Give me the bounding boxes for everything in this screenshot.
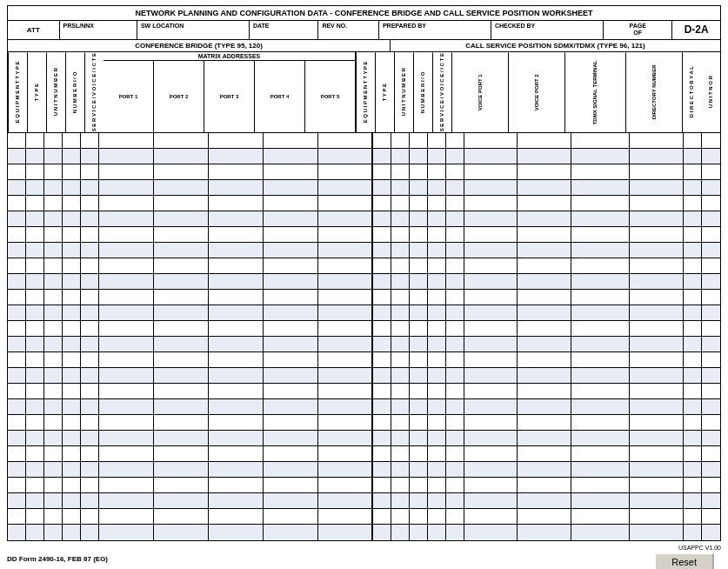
cell	[446, 509, 464, 524]
cell	[428, 478, 446, 492]
cell	[702, 337, 720, 351]
cell	[428, 164, 446, 179]
cell	[81, 149, 99, 164]
cell	[8, 384, 26, 398]
cell	[428, 399, 446, 414]
cell	[209, 211, 264, 226]
cell	[630, 415, 684, 430]
col-svc-right: S E R V I C E / V O I C E / I C T E	[432, 52, 451, 132]
cell	[446, 525, 464, 540]
cell	[81, 290, 99, 305]
cell	[44, 337, 63, 351]
cell	[26, 164, 44, 179]
col-type-left: T Y P E	[27, 52, 46, 132]
cell	[464, 196, 518, 211]
cell	[99, 525, 154, 540]
cell	[571, 133, 630, 148]
cell	[44, 211, 63, 226]
port1-header: PORT 1	[104, 61, 154, 132]
cell	[63, 368, 81, 383]
cell	[264, 384, 318, 398]
cell	[428, 352, 446, 367]
cell	[154, 337, 209, 351]
cell	[26, 525, 44, 540]
cell	[318, 462, 373, 477]
cell	[518, 384, 571, 398]
cell	[702, 290, 720, 305]
cell	[428, 509, 446, 524]
cell	[702, 133, 720, 148]
cell	[81, 258, 99, 273]
col-dir: D I R E C T O R Y A L	[682, 52, 701, 132]
cell	[264, 305, 318, 320]
cell	[264, 321, 318, 336]
cell	[26, 290, 44, 305]
cell	[373, 431, 391, 445]
cell	[318, 384, 373, 398]
cell	[410, 164, 428, 179]
matrix-label: MATRIX ADDRESSES	[104, 52, 355, 61]
cell	[264, 431, 318, 445]
cell	[264, 525, 318, 540]
table-row	[8, 446, 720, 462]
cell	[8, 180, 26, 195]
cell	[63, 211, 81, 226]
cell	[44, 446, 63, 461]
cell	[8, 164, 26, 179]
cell	[99, 399, 154, 414]
cell	[391, 243, 410, 258]
reset-button[interactable]: Reset	[654, 552, 714, 569]
cell	[518, 525, 571, 540]
cell	[8, 290, 26, 305]
cell	[518, 493, 571, 508]
table-row	[8, 211, 720, 227]
cell	[209, 352, 264, 367]
cell	[464, 164, 518, 179]
cell	[446, 337, 464, 351]
cell	[26, 211, 44, 226]
cell	[518, 415, 571, 430]
cell	[209, 431, 264, 445]
cell	[373, 462, 391, 477]
cell	[318, 211, 373, 226]
cell	[702, 243, 720, 258]
cell	[44, 462, 63, 477]
cell	[373, 321, 391, 336]
cell	[428, 133, 446, 148]
matrix-ports: PORT 1 PORT 2 PORT 3 PORT 4 PORT 5	[104, 61, 355, 132]
cell	[410, 211, 428, 226]
cell	[81, 509, 99, 524]
cell	[154, 462, 209, 477]
cell	[154, 149, 209, 164]
table-row	[8, 462, 720, 478]
cell	[410, 352, 428, 367]
cell	[518, 243, 571, 258]
cell	[684, 415, 702, 430]
cell	[373, 258, 391, 273]
cell	[410, 227, 428, 242]
cell	[99, 384, 154, 398]
table-row	[8, 274, 720, 290]
cell	[264, 509, 318, 524]
cell	[446, 446, 464, 461]
cell	[464, 337, 518, 351]
cell	[391, 431, 410, 445]
cell	[99, 493, 154, 508]
cell	[99, 149, 154, 164]
table-row	[8, 509, 720, 525]
cell	[630, 352, 684, 367]
cell	[44, 399, 63, 414]
cell	[571, 305, 630, 320]
cell	[702, 415, 720, 430]
table-row	[8, 337, 720, 352]
cell	[630, 305, 684, 320]
left-col-group: E Q U I P M E N T T Y P E T Y P E U N I …	[8, 52, 356, 132]
cell	[44, 196, 63, 211]
cell	[410, 431, 428, 445]
cell	[391, 321, 410, 336]
cell	[264, 352, 318, 367]
cell	[209, 133, 264, 148]
cell	[391, 274, 410, 289]
cell	[81, 431, 99, 445]
cell	[209, 243, 264, 258]
